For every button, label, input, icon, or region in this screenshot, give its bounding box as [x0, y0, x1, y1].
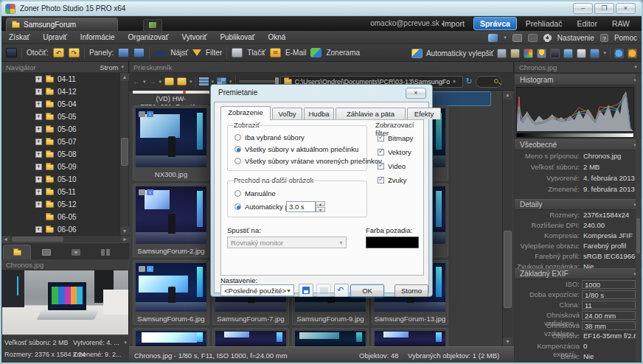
reset-settings-button[interactable]: ↶ — [334, 284, 349, 297]
info-value[interactable]: 11 — [582, 301, 636, 309]
ok-button[interactable]: OK — [350, 284, 384, 297]
chevron-down-icon[interactable]: ▾ — [121, 64, 124, 70]
histogram-section-header[interactable]: Histogram ▾ — [515, 74, 642, 85]
tree-folder-row[interactable]: + 05-08 — [1, 148, 129, 161]
interval-input[interactable]: 3.0 s — [286, 201, 316, 212]
folder-tab[interactable]: SamsungForum — [6, 18, 118, 31]
rotate-right-icon[interactable]: ↷ — [69, 48, 80, 57]
expand-icon[interactable]: + — [35, 176, 42, 183]
explorer-scrollbar[interactable]: ▲ ▼ — [502, 91, 512, 346]
cancel-button[interactable]: Storno — [395, 284, 428, 297]
refresh-icon[interactable]: ↻ — [466, 77, 473, 86]
menu-item[interactable]: Upraviť — [43, 33, 67, 41]
tree-folder-row[interactable]: + 05-04 — [1, 98, 129, 111]
radio-icon[interactable] — [234, 134, 241, 141]
scroll-up-icon[interactable]: ▲ — [120, 73, 129, 81]
menu-item[interactable]: Informácie — [80, 33, 115, 41]
radio-option[interactable]: Všetky súbory v aktuálnom priečinku — [234, 143, 382, 155]
tree-folder-row[interactable]: + 04-12 — [1, 85, 129, 98]
expand-icon[interactable]: + — [35, 201, 42, 208]
white-balance-icon[interactable] — [510, 49, 520, 58]
scroll-down-icon[interactable]: ▼ — [503, 337, 512, 346]
expand-icon[interactable]: + — [35, 113, 42, 120]
radio-option[interactable]: Automaticky po — [234, 200, 293, 213]
dialog-tab-vo-by[interactable]: Voľby — [272, 108, 302, 119]
menu-item[interactable]: Organizovať — [128, 33, 169, 41]
tree-folder-row[interactable]: + 05-07 — [1, 136, 129, 148]
exif-section-header[interactable]: Základný EXIF ▾ — [515, 268, 642, 279]
tree-folder-row[interactable]: + 05-06 — [1, 123, 129, 136]
general-section-header[interactable]: Všeobecné ▾ — [515, 139, 642, 150]
levels-icon[interactable] — [550, 49, 560, 58]
chevron-down-icon[interactable]: ▾ — [159, 79, 162, 85]
tree-folder-row[interactable]: + 06-05 — [1, 211, 129, 223]
envelope-icon[interactable]: ✉ — [270, 48, 281, 57]
tree-vertical-scrollbar[interactable]: ▲ ▼ — [119, 73, 128, 235]
settings-button[interactable]: Nastavenie — [557, 34, 594, 42]
find-button[interactable]: Nájsť — [170, 49, 188, 57]
sort-icon[interactable] — [199, 77, 209, 85]
radio-option[interactable]: Manuálne — [234, 186, 293, 200]
partial-thumbnail[interactable] — [292, 328, 369, 346]
compare-icon[interactable] — [512, 34, 522, 42]
browse-mode-icon[interactable] — [488, 34, 498, 42]
menu-item[interactable]: Vytvoriť — [181, 33, 206, 41]
preview-icon[interactable] — [528, 34, 538, 42]
radio-option[interactable]: Všetky súbory vrátane vnorených priečink… — [234, 155, 382, 167]
rotate-left-icon[interactable]: ↶ — [53, 48, 64, 57]
scrollbar-thumb[interactable] — [636, 218, 640, 253]
menu-item[interactable]: Okná — [268, 33, 286, 41]
radio-icon[interactable] — [234, 203, 241, 210]
email-button[interactable]: E-Mail — [285, 49, 306, 57]
scroll-down-icon[interactable]: ▼ — [120, 227, 129, 235]
dialog-tab-efekty[interactable]: Efekty — [407, 108, 441, 119]
back-icon[interactable]: ← — [133, 77, 140, 85]
filter-button[interactable]: Filter — [206, 49, 222, 57]
print-button[interactable]: Tlačiť — [247, 49, 265, 57]
tab-tree[interactable] — [3, 245, 31, 260]
info-value[interactable]: 24.00 mm — [582, 311, 636, 320]
preview-image[interactable] — [2, 270, 128, 335]
scroll-up-icon[interactable]: ▲ — [503, 91, 512, 99]
colors-icon[interactable] — [524, 49, 533, 58]
scrollbar-thumb[interactable] — [121, 138, 128, 166]
mode-tab[interactable]: Editor — [571, 18, 602, 29]
checkbox-icon[interactable] — [378, 177, 384, 183]
expand-icon[interactable]: + — [35, 189, 42, 195]
info-value[interactable]: 0 — [583, 342, 587, 350]
tab-network[interactable] — [91, 245, 119, 260]
info-value[interactable]: Nie — [583, 352, 594, 360]
dialog-tab-zobrazenie[interactable]: Zobrazenie — [220, 106, 271, 120]
chevron-down-icon[interactable]: ▾ — [143, 79, 146, 85]
tree-horizontal-scrollbar[interactable]: ◄ ► — [1, 235, 129, 242]
info-value[interactable]: 1000 — [582, 280, 636, 289]
interval-spinner[interactable]: ▲ ▼ — [316, 201, 325, 212]
thumbnail-item[interactable]: i SamsungForum-2.jpg — [133, 183, 209, 257]
checkbox-option[interactable]: Bitmapy — [378, 131, 413, 145]
filter-funnel-icon[interactable] — [192, 49, 201, 56]
search-input[interactable] — [476, 76, 502, 88]
red-eye-icon[interactable] — [537, 49, 546, 58]
radio-icon[interactable] — [234, 146, 241, 153]
forward-icon[interactable]: → — [149, 77, 156, 85]
tab-favorites[interactable] — [32, 245, 60, 260]
chevron-down-icon[interactable]: ▾ — [634, 64, 637, 70]
chevron-down-icon[interactable]: ▾ — [603, 50, 606, 56]
zonerama-button[interactable]: Zonerama — [326, 49, 360, 57]
tree-folder-row[interactable]: + 05-10 — [1, 173, 129, 186]
camera-icon[interactable] — [6, 48, 17, 57]
delete-settings-button[interactable] — [316, 284, 331, 297]
expand-icon[interactable]: + — [35, 88, 42, 95]
thumbnail-item[interactable]: i NX300.jpg — [133, 105, 209, 181]
expand-icon[interactable]: + — [35, 151, 42, 158]
auto-enhance-button[interactable]: Automaticky vylepšiť — [426, 49, 494, 57]
globe-icon[interactable] — [628, 49, 637, 58]
menu-item[interactable]: Získať — [9, 33, 29, 41]
shadows-highlights-icon[interactable] — [497, 49, 507, 58]
spin-down-icon[interactable]: ▼ — [316, 207, 325, 212]
tree-folder-row[interactable]: + 05-11 — [1, 186, 129, 198]
info-value[interactable]: 1/80 s — [582, 290, 636, 299]
spin-up-icon[interactable]: ▲ — [316, 201, 325, 206]
panel-right-icon[interactable] — [133, 48, 145, 57]
maximize-button[interactable]: ❐ — [594, 3, 614, 14]
